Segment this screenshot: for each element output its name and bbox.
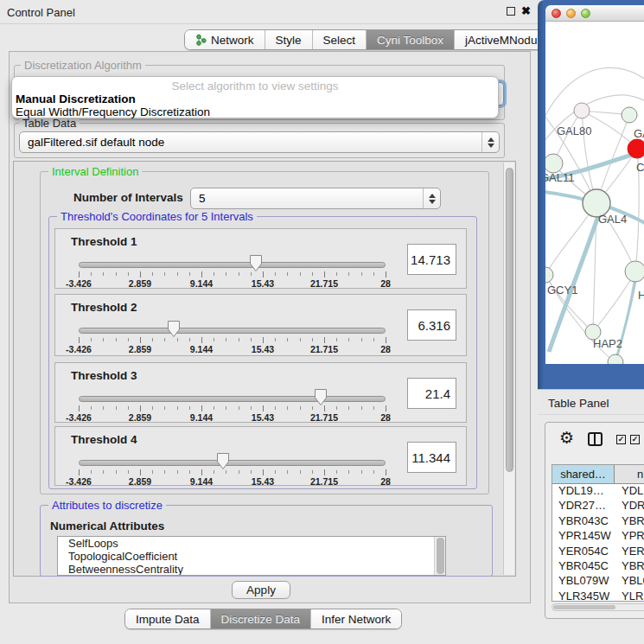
- slider[interactable]: -3.426 2.859 9.144 15.43 21.715 28: [79, 229, 386, 288]
- tick-label: 21.715: [310, 278, 338, 289]
- scrollbar-thumb[interactable]: [437, 538, 444, 574]
- float-window-icon[interactable]: [507, 7, 515, 16]
- tab-style[interactable]: Style: [265, 30, 313, 49]
- table-row[interactable]: YLR345WYLR3: [552, 590, 644, 602]
- list-item[interactable]: TopologicalCoefficient: [58, 550, 445, 563]
- zoom-traffic-light-icon[interactable]: [581, 9, 590, 18]
- scrollbar-thumb[interactable]: [553, 605, 615, 609]
- slider-thumb[interactable]: [216, 452, 230, 470]
- interval-definition-group-label: Interval Definition: [48, 165, 142, 178]
- panel-title: Control Panel: [7, 6, 75, 19]
- tab-label: Select: [323, 34, 356, 47]
- slider-track[interactable]: [79, 396, 386, 402]
- tab-select[interactable]: Select: [313, 30, 367, 49]
- network-graph: [545, 22, 644, 364]
- tab-cyni-toolbox[interactable]: Cyni Toolbox: [367, 30, 455, 49]
- tab-label: Discretize Data: [221, 613, 301, 626]
- node-attribute-table[interactable]: shared… n YDL19…YDL1 YDR27…YDR2 YBR043CY…: [552, 464, 644, 602]
- node-label-clipped-h: H: [638, 289, 644, 302]
- node-gcy1: [545, 267, 553, 283]
- network-icon: [195, 34, 207, 46]
- number-of-intervals-value: 5: [191, 192, 423, 205]
- vertical-scrollbar[interactable]: [503, 163, 514, 575]
- top-tab-bar: Network Style Select Cyni Toolbox jActiv…: [184, 29, 564, 50]
- table-row[interactable]: YBR043CYBR0: [552, 514, 644, 529]
- tab-label: Network: [211, 34, 254, 47]
- tick-label: -3.426: [66, 344, 92, 354]
- column-header-name[interactable]: n: [615, 465, 644, 483]
- minor-ticks: [79, 338, 386, 341]
- tick-label: 28: [380, 412, 391, 423]
- tab-label: Infer Network: [322, 613, 391, 626]
- slider[interactable]: -3.426 2.859 9.144 15.43 21.715 28: [79, 427, 386, 485]
- node-label-clipped-c: C: [636, 161, 644, 174]
- threshold-value-field[interactable]: 6.316: [407, 309, 456, 341]
- table-header-row: shared… n: [552, 465, 644, 484]
- checkbox-icon[interactable]: ✓: [630, 435, 640, 444]
- table-row[interactable]: YBL079WYBL0: [552, 574, 644, 589]
- dropdown-option-equal-width-frequency[interactable]: Equal Width/Frequency Discretization: [15, 105, 497, 118]
- list-item[interactable]: SelfLoops: [58, 537, 445, 550]
- number-of-intervals-combobox[interactable]: 5: [190, 188, 441, 209]
- tab-infer-network[interactable]: Infer Network: [311, 609, 401, 628]
- tick-label: 15.43: [252, 412, 274, 423]
- dropdown-option-manual-discretization[interactable]: Manual Discretization: [15, 92, 497, 105]
- split-columns-icon[interactable]: [588, 432, 603, 446]
- thresholds-group-label: Threshold's Coordinates for 5 Intervals: [57, 210, 257, 223]
- slider-thumb[interactable]: [249, 254, 263, 272]
- minimize-traffic-light-icon[interactable]: [566, 9, 576, 18]
- tick-label: -3.426: [66, 476, 92, 487]
- table-panel-titlebar: Table Panel: [538, 389, 644, 415]
- tab-network[interactable]: Network: [185, 30, 265, 49]
- list-scrollbar[interactable]: [434, 537, 445, 575]
- node-gal11: [545, 154, 563, 173]
- node-label-gal11: GAL11: [545, 171, 575, 184]
- tick-label: 2.859: [129, 412, 151, 423]
- slider-track[interactable]: [79, 460, 386, 466]
- tick-label: 9.144: [190, 344, 213, 354]
- minor-ticks: [79, 406, 386, 410]
- slider-track[interactable]: [79, 262, 386, 268]
- node-h: [625, 261, 644, 282]
- tick-label: 21.715: [310, 476, 338, 487]
- table-data-combobox[interactable]: galFiltered.sif default node: [19, 131, 500, 153]
- table-row[interactable]: YDR27…YDR2: [552, 499, 644, 513]
- stepper-arrows: [481, 132, 499, 152]
- tab-discretize-data[interactable]: Discretize Data: [211, 609, 312, 628]
- stepper-arrows: [423, 188, 440, 208]
- threshold-value-field[interactable]: 11.344: [407, 442, 456, 473]
- threshold-value-field[interactable]: 14.713: [407, 244, 456, 275]
- numerical-attributes-list[interactable]: SelfLoops TopologicalCoefficient Between…: [57, 536, 446, 576]
- horizontal-scrollbar[interactable]: [552, 603, 644, 611]
- table-row[interactable]: YPR145WYPR1: [552, 529, 644, 544]
- slider[interactable]: -3.426 2.859 9.144 15.43 21.715 28: [79, 363, 386, 422]
- tab-impute-data[interactable]: Impute Data: [125, 609, 211, 628]
- slider-thumb[interactable]: [167, 320, 181, 338]
- slider[interactable]: -3.426 2.859 9.144 15.43 21.715 28: [79, 295, 386, 355]
- network-canvas[interactable]: GAL80 GA GAL11 C GAL4 GCY1 H HAP2: [545, 22, 644, 364]
- close-icon[interactable]: ✖: [521, 4, 531, 17]
- table-panel-title: Table Panel: [548, 397, 609, 410]
- tab-label: Cyni Toolbox: [377, 34, 443, 47]
- node-label-gcy1: GCY1: [547, 284, 577, 296]
- list-item[interactable]: BetweennessCentrality: [58, 563, 445, 576]
- slider-thumb[interactable]: [314, 388, 328, 406]
- algorithm-dropdown-popup: Select algorithm to view settings Manual…: [11, 76, 499, 118]
- numerical-attributes-heading: Numerical Attributes: [50, 520, 164, 532]
- close-traffic-light-icon[interactable]: [552, 9, 561, 18]
- checkbox-icon[interactable]: ✓: [616, 435, 626, 444]
- scrollbar-thumb[interactable]: [506, 168, 513, 472]
- table-panel: ⚙ ✓ ✓ shared… n YDL19…YDL1 YDR27…YDR2 YB…: [545, 422, 644, 619]
- threshold-value-field[interactable]: 21.4: [407, 378, 456, 409]
- tick-label: 2.859: [129, 278, 151, 289]
- column-header-shared[interactable]: shared…: [552, 465, 615, 483]
- network-window-titlebar[interactable]: [545, 5, 644, 22]
- table-row[interactable]: YER054CYER0: [552, 545, 644, 559]
- gear-icon[interactable]: ⚙: [559, 430, 574, 446]
- slider-track[interactable]: [79, 328, 386, 334]
- table-row[interactable]: YBR045CYBR0: [552, 559, 644, 574]
- table-data-selected-value: galFiltered.sif default node: [20, 136, 481, 149]
- apply-button[interactable]: Apply: [232, 581, 290, 599]
- tick-label: 2.859: [129, 344, 151, 354]
- table-row[interactable]: YDL19…YDL1: [552, 484, 644, 499]
